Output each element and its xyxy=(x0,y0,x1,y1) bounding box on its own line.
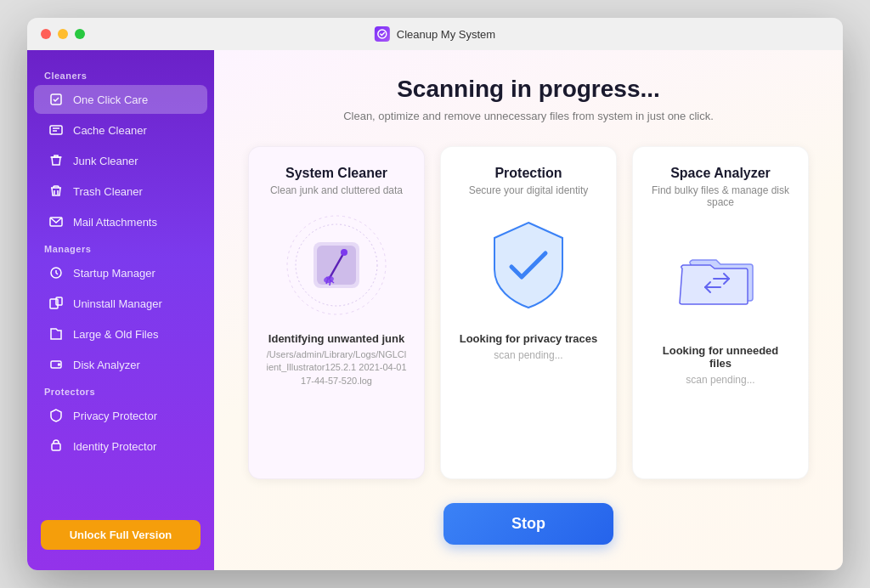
privacy-protector-icon xyxy=(48,407,65,424)
space-analyzer-status-detail: scan pending... xyxy=(686,373,754,387)
sidebar-label-one-click-care: One Click Care xyxy=(73,93,148,106)
minimize-button[interactable] xyxy=(58,29,68,39)
window-title-text: Cleanup My System xyxy=(397,28,495,41)
sidebar-item-identity-protector[interactable]: Identity Protector xyxy=(34,432,207,461)
mail-attachments-icon xyxy=(48,213,65,230)
space-analyzer-title: Space Analyzer xyxy=(670,166,771,181)
large-old-files-icon xyxy=(48,325,65,342)
sidebar-item-disk-analyzer[interactable]: Disk Analyzer xyxy=(34,350,207,379)
sidebar-item-one-click-care[interactable]: One Click Care xyxy=(34,85,207,114)
cache-cleaner-icon xyxy=(48,122,65,139)
protectors-section-label: Protectors xyxy=(27,380,214,400)
page-title: Scanning in progress... xyxy=(248,76,809,103)
space-analyzer-card: Space Analyzer Find bulky files & manage… xyxy=(632,146,809,479)
protection-title: Protection xyxy=(494,166,562,181)
space-analyzer-illustration xyxy=(665,222,776,332)
protection-status-title: Looking for privacy traces xyxy=(460,332,598,345)
svg-line-21 xyxy=(330,280,330,286)
app-window: Cleanup My System Cleaners One Click Car… xyxy=(27,18,843,570)
close-button[interactable] xyxy=(41,29,51,39)
managers-section-label: Managers xyxy=(27,237,214,257)
app-icon xyxy=(375,26,390,42)
sidebar-item-mail-attachments[interactable]: Mail Attachments xyxy=(34,207,207,236)
main-header: Scanning in progress... Clean, optimize … xyxy=(248,76,809,122)
sidebar-label-disk-analyzer: Disk Analyzer xyxy=(73,359,140,371)
sidebar-label-large-old-files: Large & Old Files xyxy=(73,328,158,341)
app-body: Cleaners One Click Care xyxy=(27,50,843,570)
main-content: Scanning in progress... Clean, optimize … xyxy=(214,50,843,570)
sidebar: Cleaners One Click Care xyxy=(27,50,214,570)
uninstall-manager-icon xyxy=(48,295,65,312)
protection-subtitle: Secure your digital identity xyxy=(469,184,589,196)
svg-rect-11 xyxy=(52,444,60,450)
startup-manager-icon xyxy=(48,264,65,281)
one-click-care-icon xyxy=(48,91,65,108)
system-cleaner-status-title: Identifying unwanted junk xyxy=(268,332,404,345)
unlock-full-version-button[interactable]: Unlock Full Version xyxy=(41,520,201,550)
sidebar-label-cache-cleaner: Cache Cleaner xyxy=(73,124,147,137)
sidebar-label-junk-cleaner: Junk Cleaner xyxy=(73,155,138,167)
sidebar-item-trash-cleaner[interactable]: Trash Cleaner xyxy=(34,177,207,206)
junk-cleaner-icon xyxy=(48,152,65,169)
space-analyzer-status-title: Looking for unneeded files xyxy=(650,344,791,370)
title-bar: Cleanup My System xyxy=(27,18,843,50)
sidebar-item-junk-cleaner[interactable]: Junk Cleaner xyxy=(34,146,207,175)
protection-illustration xyxy=(473,210,584,320)
sidebar-label-trash-cleaner: Trash Cleaner xyxy=(73,185,143,198)
sidebar-item-uninstall-manager[interactable]: Uninstall Manager xyxy=(34,289,207,318)
cleaners-section-label: Cleaners xyxy=(27,64,214,84)
svg-point-18 xyxy=(341,249,347,256)
sidebar-item-large-old-files[interactable]: Large & Old Files xyxy=(34,319,207,348)
sidebar-label-identity-protector: Identity Protector xyxy=(73,440,156,453)
sidebar-item-startup-manager[interactable]: Startup Manager xyxy=(34,258,207,287)
sidebar-label-mail-attachments: Mail Attachments xyxy=(73,216,157,229)
trash-cleaner-icon xyxy=(48,183,65,200)
stop-button[interactable]: Stop xyxy=(443,503,613,545)
system-cleaner-illustration xyxy=(281,210,392,320)
window-title-bar: Cleanup My System xyxy=(375,26,495,42)
system-cleaner-status-detail: /Users/admin/Library/Logs/NGLClient_Illu… xyxy=(266,348,407,387)
svg-point-10 xyxy=(59,364,60,365)
system-cleaner-title: System Cleaner xyxy=(285,166,387,181)
system-cleaner-card: System Cleaner Clean junk and cluttered … xyxy=(248,146,425,479)
page-subtitle: Clean, optimize and remove unnecessary f… xyxy=(248,110,809,122)
protection-card: Protection Secure your digital identity … xyxy=(440,146,617,479)
system-cleaner-subtitle: Clean junk and cluttered data xyxy=(270,184,403,196)
svg-rect-2 xyxy=(50,126,62,134)
sidebar-item-cache-cleaner[interactable]: Cache Cleaner xyxy=(34,116,207,144)
sidebar-label-uninstall-manager: Uninstall Manager xyxy=(73,297,162,310)
cards-row: System Cleaner Clean junk and cluttered … xyxy=(248,146,809,479)
protection-status-detail: scan pending... xyxy=(494,348,562,363)
space-analyzer-subtitle: Find bulky files & manage disk space xyxy=(650,184,791,208)
sidebar-label-privacy-protector: Privacy Protector xyxy=(73,410,157,422)
sidebar-label-startup-manager: Startup Manager xyxy=(73,267,155,280)
maximize-button[interactable] xyxy=(75,29,85,39)
identity-protector-icon xyxy=(48,438,65,455)
disk-analyzer-icon xyxy=(48,356,65,373)
sidebar-item-privacy-protector[interactable]: Privacy Protector xyxy=(34,401,207,430)
